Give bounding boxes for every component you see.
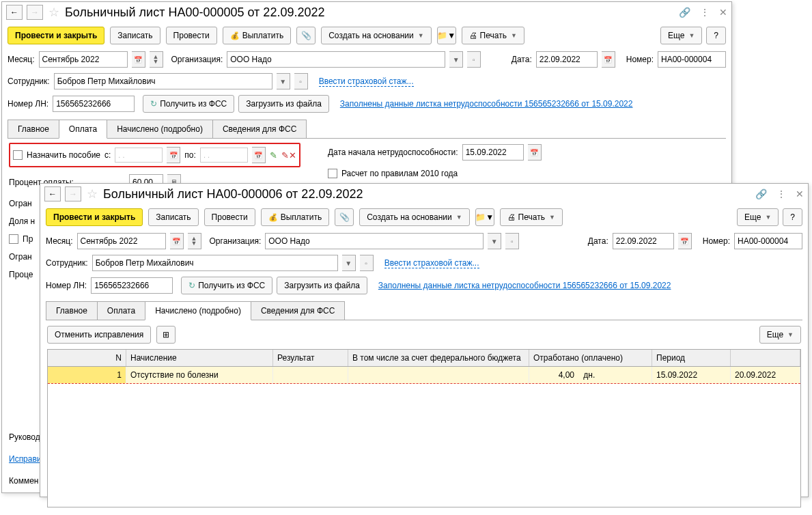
forward-button[interactable]: → bbox=[27, 5, 43, 20]
calendar-to-icon[interactable]: 📅 bbox=[252, 147, 266, 163]
favorite-icon[interactable]: ☆ bbox=[85, 186, 99, 201]
back-button[interactable]: ← bbox=[44, 186, 61, 201]
date-calendar-icon[interactable]: 📅 bbox=[602, 51, 615, 68]
load-file-button[interactable]: Загрузить из файла bbox=[277, 277, 367, 294]
col-worked[interactable]: Отработано (оплачено) bbox=[529, 350, 652, 366]
month-field[interactable]: Сентябрь 2022 bbox=[77, 233, 166, 249]
month-field[interactable]: Сентябрь 2022 bbox=[39, 51, 128, 68]
tab-main[interactable]: Главное bbox=[8, 120, 59, 138]
create-based-button[interactable]: Создать на основании▼ bbox=[359, 208, 469, 226]
tab-accrued[interactable]: Начислено (подробно) bbox=[145, 301, 251, 320]
folder-button[interactable]: 📁▼ bbox=[437, 27, 456, 44]
disability-start-field[interactable]: 15.09.2022 bbox=[462, 144, 524, 161]
tab-accrued[interactable]: Начислено (подробно) bbox=[107, 120, 213, 138]
attach-button[interactable]: 📎 bbox=[296, 27, 316, 44]
grid-more-button[interactable]: Еще▼ bbox=[759, 326, 801, 344]
col-period-end[interactable] bbox=[731, 350, 800, 366]
org-field[interactable]: ООО Надо bbox=[227, 51, 445, 68]
col-result[interactable]: Результат bbox=[273, 350, 348, 366]
folder-button[interactable]: 📁▼ bbox=[475, 208, 494, 226]
print-button[interactable]: Печать▼ bbox=[462, 27, 524, 44]
favorite-icon[interactable]: ☆ bbox=[47, 5, 61, 20]
org-open-icon[interactable]: ▫ bbox=[505, 233, 519, 249]
delete-edit-icon[interactable]: ✎✕ bbox=[281, 150, 296, 161]
link-icon[interactable]: 🔗 bbox=[755, 189, 767, 199]
col-n[interactable]: N bbox=[48, 350, 126, 366]
close-icon[interactable]: ✕ bbox=[796, 189, 804, 199]
get-fss-button[interactable]: ↻Получить из ФСС bbox=[181, 277, 272, 294]
filled-data-link[interactable]: Заполнены данные листка нетрудоспособнос… bbox=[340, 99, 633, 109]
tab-main[interactable]: Главное bbox=[46, 301, 98, 320]
col-federal[interactable]: В том числе за счет федерального бюджета bbox=[348, 350, 529, 366]
post-and-close-button[interactable]: Провести и закрыть bbox=[8, 27, 104, 44]
save-button[interactable]: Записать bbox=[110, 27, 160, 44]
pr-label: Пр bbox=[23, 234, 33, 244]
employee-dropdown-icon[interactable]: ▼ bbox=[342, 255, 356, 271]
load-file-button[interactable]: Загрузить из файла bbox=[238, 95, 329, 113]
org-dropdown-icon[interactable]: ▼ bbox=[488, 233, 501, 249]
ln-field[interactable]: 156565232666 bbox=[91, 277, 173, 294]
date-field[interactable]: 22.09.2022 bbox=[613, 233, 674, 249]
org-dropdown-icon[interactable]: ▼ bbox=[449, 51, 463, 68]
filled-data-link[interactable]: Заполнены данные листка нетрудоспособнос… bbox=[378, 281, 671, 290]
pr-checkbox[interactable] bbox=[9, 234, 18, 244]
employee-open-icon[interactable]: ▫ bbox=[294, 73, 308, 89]
table-row[interactable]: 1 Отсутствие по болезни 4,00 дн. 15.09.2… bbox=[48, 367, 800, 384]
cancel-corrections-button[interactable]: Отменить исправления bbox=[47, 326, 151, 344]
pay-button[interactable]: Выплатить bbox=[223, 27, 292, 44]
tab-fss[interactable]: Сведения для ФСС bbox=[251, 301, 345, 320]
date-to-field[interactable]: . . bbox=[200, 148, 248, 163]
table-config-button[interactable]: ⊞ bbox=[156, 326, 176, 344]
calc2010-checkbox[interactable] bbox=[328, 169, 337, 178]
close-icon[interactable]: ✕ bbox=[719, 7, 727, 18]
col-accrual[interactable]: Начисление bbox=[126, 350, 273, 366]
calendar-start-icon[interactable]: 📅 bbox=[528, 144, 542, 161]
create-based-button[interactable]: Создать на основании▼ bbox=[321, 27, 431, 44]
post-and-close-button[interactable]: Провести и закрыть bbox=[46, 208, 143, 226]
money-icon bbox=[268, 212, 278, 222]
insurance-link[interactable]: Ввести страховой стаж... bbox=[319, 76, 414, 87]
col-period[interactable]: Период bbox=[652, 350, 731, 366]
insurance-link[interactable]: Ввести страховой стаж... bbox=[384, 258, 479, 268]
date-calendar-icon[interactable]: 📅 bbox=[678, 233, 692, 249]
post-button[interactable]: Провести bbox=[204, 208, 255, 226]
attach-button[interactable]: 📎 bbox=[335, 208, 354, 226]
pay-button[interactable]: Выплатить bbox=[261, 208, 330, 226]
post-button[interactable]: Провести bbox=[166, 27, 217, 44]
calendar-icon[interactable]: 📅 bbox=[132, 51, 145, 68]
employee-dropdown-icon[interactable]: ▼ bbox=[277, 73, 290, 89]
save-button[interactable]: Записать bbox=[148, 208, 198, 226]
employee-open-icon[interactable]: ▫ bbox=[360, 255, 374, 271]
back-button[interactable]: ← bbox=[6, 5, 23, 20]
date-from-field[interactable]: . . bbox=[115, 148, 163, 163]
month-spinner[interactable]: ▲▼ bbox=[150, 51, 163, 68]
ln-field[interactable]: 156565232666 bbox=[53, 96, 135, 112]
calendar-icon[interactable]: 📅 bbox=[170, 233, 184, 249]
month-spinner[interactable]: ▲▼ bbox=[188, 233, 201, 249]
tab-payment[interactable]: Оплата bbox=[59, 120, 107, 139]
print-button[interactable]: Печать▼ bbox=[500, 208, 563, 226]
tab-payment[interactable]: Оплата bbox=[97, 301, 145, 320]
org-field[interactable]: ООО Надо bbox=[265, 233, 484, 249]
correct-link[interactable]: Исправи bbox=[9, 454, 42, 464]
employee-field[interactable]: Бобров Петр Михайлович bbox=[54, 73, 272, 89]
grid-body[interactable] bbox=[48, 384, 800, 507]
more-menu-icon[interactable]: ⋮ bbox=[700, 7, 710, 18]
help-button[interactable]: ? bbox=[783, 208, 802, 226]
tab-fss[interactable]: Сведения для ФСС bbox=[212, 120, 307, 138]
more-button[interactable]: Еще▼ bbox=[660, 27, 702, 44]
get-fss-button[interactable]: ↻Получить из ФСС bbox=[143, 95, 234, 113]
more-button[interactable]: Еще▼ bbox=[737, 208, 779, 226]
edit-icon[interactable]: ✎ bbox=[270, 150, 277, 161]
help-button[interactable]: ? bbox=[706, 27, 726, 44]
calendar-from-icon[interactable]: 📅 bbox=[167, 147, 180, 163]
link-icon[interactable]: 🔗 bbox=[679, 7, 690, 18]
employee-field[interactable]: Бобров Петр Михайлович bbox=[92, 255, 338, 271]
forward-button[interactable]: → bbox=[65, 186, 81, 201]
more-menu-icon[interactable]: ⋮ bbox=[776, 189, 786, 199]
org-open-icon[interactable]: ▫ bbox=[467, 51, 481, 68]
number-field[interactable]: НА00-000004 bbox=[734, 233, 802, 249]
date-field[interactable]: 22.09.2022 bbox=[536, 51, 598, 68]
number-field[interactable]: НА00-000004 bbox=[658, 51, 726, 68]
assign-benefit-checkbox[interactable] bbox=[13, 150, 23, 160]
